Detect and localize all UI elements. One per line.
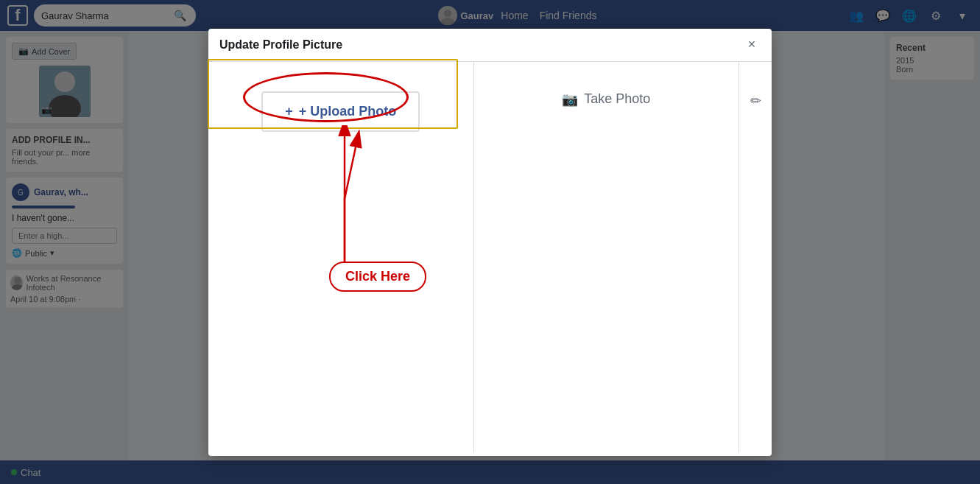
update-profile-modal: Update Profile Picture × + + Upload Phot… [208, 29, 772, 456]
camera-icon-modal: 📷 [562, 91, 578, 108]
plus-icon: + [285, 104, 293, 119]
take-photo-section[interactable]: 📷 Take Photo [474, 62, 739, 452]
edit-icon[interactable]: ✏ [750, 93, 761, 109]
upload-photo-section[interactable]: + + Upload Photo [208, 62, 474, 452]
take-photo-button[interactable]: 📷 Take Photo [562, 91, 650, 108]
modal-header: Update Profile Picture × [208, 29, 772, 62]
modal-title: Update Profile Picture [219, 38, 342, 52]
modal-close-button[interactable]: × [743, 36, 761, 54]
upload-photo-button[interactable]: + + Upload Photo [261, 91, 420, 132]
modal-body: + + Upload Photo 📷 Take Photo ✏ [208, 62, 772, 452]
modal-edit-section: ✏ [738, 62, 772, 452]
take-photo-label: Take Photo [584, 91, 650, 107]
modal-backdrop: Update Profile Picture × + + Upload Phot… [0, 0, 980, 484]
upload-photo-label: + Upload Photo [299, 104, 397, 119]
